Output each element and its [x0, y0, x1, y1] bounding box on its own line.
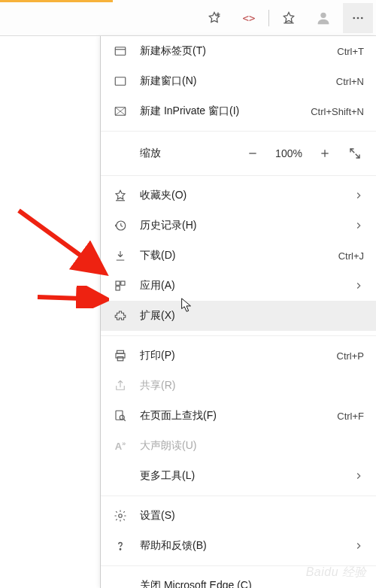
menu-item-label: 打印(P) — [140, 349, 325, 362]
menu-item-label: 扩展(X) — [140, 309, 364, 323]
annotation-arrow — [34, 286, 109, 308]
chevron-right-icon — [353, 280, 364, 291]
menu-separator — [101, 335, 376, 336]
more-menu-button[interactable] — [343, 3, 373, 33]
tab-strip-accent — [0, 0, 113, 2]
favorites-button[interactable] — [274, 3, 304, 33]
devtools-button[interactable]: <> — [234, 3, 264, 33]
menu-separator — [101, 496, 376, 496]
menu-item-label: 更多工具(L) — [140, 469, 341, 483]
svg-point-4 — [353, 17, 355, 19]
window-icon — [113, 74, 128, 89]
menu-item-label: 应用(A) — [140, 279, 341, 292]
svg-line-29 — [19, 211, 102, 271]
download-icon — [113, 248, 128, 263]
svg-rect-9 — [115, 77, 126, 86]
menu-item-label: 新建 InPrivate 窗口(I) — [140, 105, 299, 118]
overflow-menu: 新建标签页(T) Ctrl+T 新建窗口(N) Ctrl+N 新建 InPriv… — [100, 36, 376, 588]
svg-rect-7 — [115, 47, 126, 56]
menu-item-label: 收藏夹(O) — [140, 189, 341, 202]
menu-item-new-inprivate[interactable]: 新建 InPrivate 窗口(I) Ctrl+Shift+N — [101, 96, 376, 126]
svg-point-27 — [119, 514, 123, 518]
menu-item-label: 新建窗口(N) — [140, 74, 324, 88]
menu-item-read-aloud: A» 大声朗读(U) — [101, 431, 376, 461]
read-aloud-icon: A» — [113, 438, 128, 453]
star-lines-icon — [113, 188, 128, 203]
zoom-label: 缩放 — [140, 147, 238, 160]
menu-item-shortcut: Ctrl+T — [337, 46, 364, 57]
menu-separator — [101, 175, 376, 176]
watermark: Baidu 经验 — [306, 565, 367, 580]
annotation-arrow — [15, 207, 109, 278]
zoom-value: 100% — [268, 147, 310, 159]
menu-item-label: 在页面上查找(F) — [140, 409, 325, 423]
svg-point-28 — [120, 549, 121, 550]
menu-item-find[interactable]: 在页面上查找(F) Ctrl+F — [101, 401, 376, 431]
profile-button[interactable] — [308, 3, 338, 33]
menu-item-new-window[interactable]: 新建窗口(N) Ctrl+N — [101, 66, 376, 96]
svg-rect-23 — [117, 357, 123, 361]
share-icon — [113, 378, 128, 393]
apps-icon — [113, 278, 128, 293]
gear-icon — [113, 508, 128, 523]
menu-item-label: 下载(D) — [140, 249, 326, 262]
menu-item-label: 设置(S) — [140, 509, 364, 523]
chevron-right-icon — [353, 471, 364, 481]
history-icon — [113, 218, 128, 233]
svg-line-15 — [356, 154, 359, 158]
svg-point-6 — [361, 17, 363, 19]
svg-line-14 — [350, 149, 354, 153]
zoom-row: 缩放 100% — [101, 136, 376, 171]
menu-item-history[interactable]: 历史记录(H) — [101, 211, 376, 241]
chevron-right-icon — [353, 220, 364, 231]
menu-separator — [101, 131, 376, 132]
menu-item-label: 新建标签页(T) — [140, 44, 325, 58]
toolbar: <> — [0, 0, 376, 36]
menu-item-label: 历史记录(H) — [140, 219, 341, 232]
fullscreen-button[interactable] — [340, 138, 370, 168]
menu-item-shortcut: Ctrl+J — [338, 250, 364, 262]
menu-item-more-tools[interactable]: 更多工具(L) — [101, 461, 376, 491]
inprivate-icon — [113, 104, 128, 119]
svg-rect-20 — [116, 286, 120, 290]
menu-item-downloads[interactable]: 下载(D) Ctrl+J — [101, 241, 376, 271]
menu-item-shortcut: Ctrl+Shift+N — [311, 106, 364, 117]
zoom-out-button[interactable] — [238, 138, 268, 168]
menu-item-new-tab[interactable]: 新建标签页(T) Ctrl+T — [101, 36, 376, 66]
toolbar-divider — [268, 10, 269, 26]
menu-item-favorites[interactable]: 收藏夹(O) — [101, 180, 376, 211]
find-icon — [113, 408, 128, 423]
menu-item-label: 大声朗读(U) — [140, 439, 364, 453]
menu-item-label: 帮助和反馈(B) — [140, 539, 341, 553]
help-icon — [113, 538, 128, 553]
svg-point-25 — [120, 415, 124, 420]
chevron-right-icon — [353, 190, 364, 201]
menu-item-shortcut: Ctrl+P — [337, 350, 364, 362]
menu-item-apps[interactable]: 应用(A) — [101, 271, 376, 301]
menu-item-extensions[interactable]: 扩展(X) — [101, 301, 376, 331]
menu-item-print[interactable]: 打印(P) Ctrl+P — [101, 341, 376, 371]
tab-icon — [113, 44, 128, 59]
svg-line-26 — [124, 420, 126, 421]
menu-item-settings[interactable]: 设置(S) — [101, 501, 376, 531]
menu-item-shortcut: Ctrl+N — [336, 76, 364, 87]
print-icon — [113, 348, 128, 363]
menu-item-label: 共享(R) — [140, 379, 364, 393]
svg-rect-19 — [121, 281, 125, 285]
chevron-right-icon — [353, 541, 364, 551]
svg-point-5 — [357, 17, 359, 19]
svg-line-30 — [38, 297, 103, 299]
extensions-icon — [113, 308, 128, 323]
menu-item-help[interactable]: 帮助和反馈(B) — [101, 531, 376, 561]
menu-item-share: 共享(R) — [101, 371, 376, 401]
svg-rect-18 — [116, 281, 120, 285]
zoom-in-button[interactable] — [310, 138, 340, 168]
menu-item-shortcut: Ctrl+F — [337, 411, 364, 422]
add-favorite-button[interactable] — [199, 3, 229, 33]
svg-point-3 — [320, 12, 326, 17]
